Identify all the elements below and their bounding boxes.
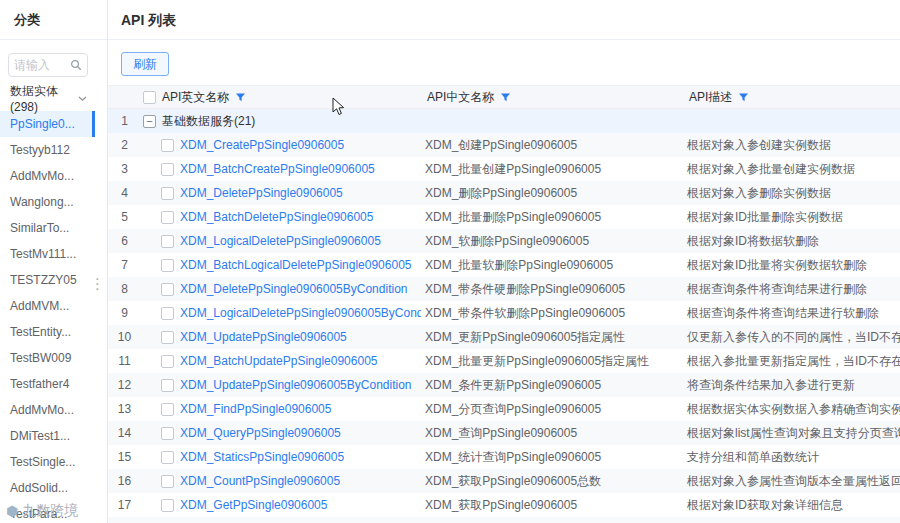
sidebar-item[interactable]: Testyyb112	[0, 137, 95, 163]
entity-group-toggle[interactable]: 数据实体(298)	[0, 85, 95, 111]
api-zh-name: XDM_批量软删除PpSingle0906005	[421, 253, 683, 277]
api-desc: 支持分组和简单函数统计	[683, 445, 900, 469]
row-checkbox[interactable]	[161, 403, 174, 416]
api-en-link[interactable]: XDM_CreatePpSingle0906005	[180, 138, 344, 152]
row-checkbox[interactable]	[161, 451, 174, 464]
api-en-link[interactable]: XDM_CountPpSingle0906005	[180, 474, 340, 488]
api-en-link[interactable]: XDM_BatchLogicalDeletePpSingle0906005	[180, 258, 412, 272]
row-checkbox[interactable]	[161, 235, 174, 248]
table-header-row: API英文名称 API中文名称	[108, 86, 900, 109]
api-table-wrap: API英文名称 API中文名称	[108, 85, 900, 523]
api-en-link[interactable]: XDM_FindPpSingle0906005	[180, 402, 331, 416]
sidebar-item[interactable]: AddSolid...	[0, 475, 95, 501]
api-zh-name: XDM_带条件硬删除PpSingle0906005	[421, 277, 683, 301]
api-zh-name: XDM_批量获取PpSingle0906005	[421, 517, 683, 523]
api-zh-name: XDM_带条件软删除PpSingle0906005	[421, 301, 683, 325]
row-checkbox[interactable]	[161, 283, 174, 296]
sidebar-item[interactable]: SimilarTo...	[0, 215, 95, 241]
row-checkbox[interactable]	[161, 355, 174, 368]
api-en-link[interactable]: XDM_UpdatePpSingle0906005ByCondition	[180, 378, 412, 392]
row-checkbox[interactable]	[161, 427, 174, 440]
api-zh-name: XDM_软删除PpSingle0906005	[421, 229, 683, 253]
collapse-toggle-icon[interactable]: −	[143, 115, 156, 128]
row-number: 10	[108, 325, 141, 349]
row-checkbox[interactable]	[161, 139, 174, 152]
row-checkbox[interactable]	[161, 331, 174, 344]
row-number: 2	[108, 133, 141, 157]
search-input[interactable]	[14, 58, 70, 72]
row-number: 9	[108, 301, 141, 325]
api-desc: 根据对象ID将数据软删除	[683, 229, 900, 253]
table-row: 18XDM_BatchGetPpSingle0906005XDM_批量获取PpS…	[108, 517, 900, 523]
watermark: ⬢ 九数跨境	[6, 502, 78, 520]
sidebar-item[interactable]: AddMVM...	[0, 293, 95, 319]
search-box[interactable]	[8, 53, 88, 77]
row-checkbox[interactable]	[161, 379, 174, 392]
row-checkbox[interactable]	[161, 475, 174, 488]
sidebar-item[interactable]: AddMvMo...	[0, 163, 95, 189]
filter-icon[interactable]	[235, 92, 246, 103]
api-en-link[interactable]: XDM_LogicalDeletePpSingle0906005ByCondit…	[180, 306, 421, 320]
category-list: PpSingle0...Testyyb112AddMvMo...Wanglong…	[0, 111, 107, 523]
sidebar-resize-handle[interactable]: ⋮	[90, 276, 105, 291]
filter-icon[interactable]	[738, 92, 749, 103]
api-en-link[interactable]: XDM_QueryPpSingle0906005	[180, 426, 341, 440]
row-checkbox[interactable]	[161, 499, 174, 512]
header-desc-cell: API描述	[683, 86, 900, 109]
row-number: 16	[108, 469, 141, 493]
sidebar-item[interactable]: TestMv111...	[0, 241, 95, 267]
api-desc: 将查询条件结果加入参进行更新	[683, 373, 900, 397]
api-desc: 根据对象入参创建实例数据	[683, 133, 900, 157]
api-en-link[interactable]: XDM_StaticsPpSingle0906005	[180, 450, 344, 464]
row-checkbox[interactable]	[161, 307, 174, 320]
table-row: 15XDM_StaticsPpSingle0906005XDM_统计查询PpSi…	[108, 445, 900, 469]
api-en-link[interactable]: XDM_BatchDeletePpSingle0906005	[180, 210, 373, 224]
table-row: 5XDM_BatchDeletePpSingle0906005XDM_批量删除P…	[108, 205, 900, 229]
api-zh-name: XDM_创建PpSingle0906005	[421, 133, 683, 157]
table-row: 13XDM_FindPpSingle0906005XDM_分页查询PpSingl…	[108, 397, 900, 421]
api-en-link[interactable]: XDM_LogicalDeletePpSingle0906005	[180, 234, 381, 248]
watermark-text: 九数跨境	[22, 502, 78, 520]
api-en-link[interactable]: XDM_UpdatePpSingle0906005	[180, 330, 347, 344]
api-desc: 根据对象入参属性查询版本全量属性返回总数	[683, 469, 900, 493]
row-checkbox[interactable]	[161, 211, 174, 224]
table-row: 8XDM_DeletePpSingle0906005ByConditionXDM…	[108, 277, 900, 301]
api-desc: 根据对象list属性查询对象且支持分页查询	[683, 421, 900, 445]
api-en-link[interactable]: XDM_DeletePpSingle0906005ByCondition	[180, 282, 407, 296]
column-header-desc: API描述	[689, 89, 732, 106]
row-checkbox[interactable]	[161, 187, 174, 200]
api-zh-name: XDM_统计查询PpSingle0906005	[421, 445, 683, 469]
api-zh-name: XDM_批量更新PpSingle0906005指定属性	[421, 349, 683, 373]
sidebar-item[interactable]: DMiTest1...	[0, 423, 95, 449]
api-en-link[interactable]: XDM_GetPpSingle0906005	[180, 498, 327, 512]
api-zh-name: XDM_条件更新PpSingle0906005	[421, 373, 683, 397]
sidebar-item[interactable]: AddMvMo...	[0, 397, 95, 423]
sidebar-item[interactable]: Wanglong...	[0, 189, 95, 215]
sidebar-item[interactable]: PpSingle0...	[0, 111, 95, 137]
table-row: 12XDM_UpdatePpSingle0906005ByConditionXD…	[108, 373, 900, 397]
row-number: 3	[108, 157, 141, 181]
api-desc: 根据数据实体实例数据入参精确查询实例数据且支持分页	[683, 397, 900, 421]
api-zh-name: XDM_获取PpSingle0906005总数	[421, 469, 683, 493]
sidebar-item[interactable]: TestSingle...	[0, 449, 95, 475]
watermark-logo-icon: ⬢	[6, 503, 18, 519]
sidebar-item[interactable]: TESTZZY05	[0, 267, 95, 293]
row-checkbox[interactable]	[161, 259, 174, 272]
row-checkbox[interactable]	[161, 163, 174, 176]
table-row: 11XDM_BatchUpdatePpSingle0906005XDM_批量更新…	[108, 349, 900, 373]
filter-icon[interactable]	[500, 92, 511, 103]
sidebar-item[interactable]: TestBW009	[0, 345, 95, 371]
select-all-checkbox[interactable]	[143, 91, 156, 104]
toolbar: 刷新	[108, 40, 900, 85]
api-en-link[interactable]: XDM_BatchCreatePpSingle0906005	[180, 162, 375, 176]
api-desc: 根据对象ID获取对象详细信息	[683, 493, 900, 517]
api-en-link[interactable]: XDM_DeletePpSingle0906005	[180, 186, 343, 200]
row-number: 14	[108, 421, 141, 445]
api-en-link[interactable]: XDM_BatchUpdatePpSingle0906005	[180, 354, 377, 368]
table-row: 2XDM_CreatePpSingle0906005XDM_创建PpSingle…	[108, 133, 900, 157]
search-icon[interactable]	[70, 59, 82, 71]
refresh-button[interactable]: 刷新	[121, 52, 169, 76]
sidebar-item[interactable]: TestEntity...	[0, 319, 95, 345]
sidebar-item[interactable]: Testfather4	[0, 371, 95, 397]
row-number: 5	[108, 205, 141, 229]
